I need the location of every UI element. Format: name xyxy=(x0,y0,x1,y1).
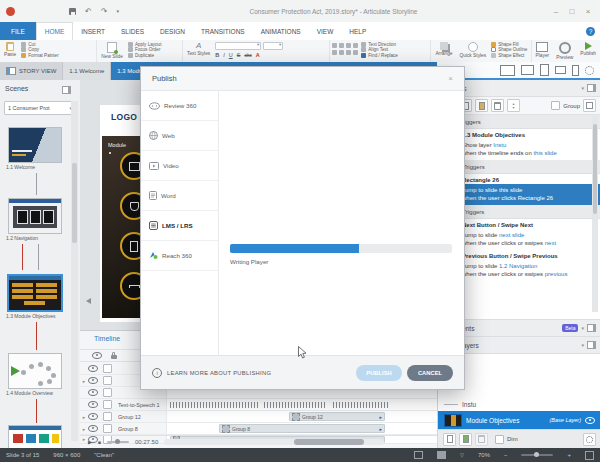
slide-thumbnail-1-2[interactable] xyxy=(8,198,62,234)
font-name-select[interactable] xyxy=(215,42,261,50)
publish-dialog-header[interactable]: Publish × xyxy=(141,67,464,91)
tab-design[interactable]: DESIGN xyxy=(152,22,193,40)
timeline-object-bar[interactable]: Group 12 ▸ xyxy=(289,412,385,421)
play-button[interactable]: ▶ xyxy=(88,439,92,445)
slide-label-1-3[interactable]: 1.3 Module Objectives xyxy=(6,313,76,319)
lock-column-icon[interactable] xyxy=(111,355,117,359)
new-layer-button[interactable] xyxy=(443,433,456,446)
tablet-landscape-icon[interactable] xyxy=(521,65,534,75)
paste-button[interactable]: Paste xyxy=(2,41,18,63)
zoom-out-button[interactable]: − xyxy=(504,452,508,458)
italic-button[interactable]: I xyxy=(223,52,225,58)
font-color-button[interactable]: A xyxy=(256,52,260,58)
tab-file[interactable]: FILE xyxy=(0,22,36,40)
publish-tab-review-360[interactable]: Review 360 xyxy=(141,91,218,121)
strikethrough-button[interactable]: S xyxy=(237,52,241,58)
shape-effect-button[interactable]: Shape Effect xyxy=(491,53,527,58)
publish-tab-video[interactable]: Video xyxy=(141,151,218,181)
timeline-track[interactable]: Group 8 ▸ xyxy=(166,423,437,434)
publish-tab-word[interactable]: Word xyxy=(141,181,218,211)
desktop-preview-icon[interactable] xyxy=(500,65,515,76)
grid-view-icon[interactable] xyxy=(414,451,423,459)
trigger-panel-options-button[interactable] xyxy=(583,99,596,112)
timeline-object-bar[interactable]: Group 8 ▸ xyxy=(219,424,385,433)
trigger-link[interactable]: next xyxy=(545,240,556,246)
slide-label-1-2[interactable]: 1.2 Navigation xyxy=(6,235,76,241)
tab-animations[interactable]: ANIMATIONS xyxy=(253,22,309,40)
phone-landscape-icon[interactable] xyxy=(555,66,566,74)
shape-fill-button[interactable]: Shape Fill xyxy=(491,42,527,47)
arrange-button[interactable]: Arrange xyxy=(433,41,454,63)
tablet-portrait-icon[interactable] xyxy=(540,64,549,76)
tab-insert[interactable]: INSERT xyxy=(73,22,113,40)
outdent-icon[interactable] xyxy=(353,43,358,48)
trigger-link[interactable]: 1.2 Navigation xyxy=(499,263,537,269)
indent-icon[interactable] xyxy=(346,43,351,48)
minimize-button[interactable]: – xyxy=(548,7,564,16)
eye-column-icon[interactable] xyxy=(92,352,102,359)
bar-expand-icon[interactable]: ▸ xyxy=(379,414,382,420)
phone-portrait-icon[interactable] xyxy=(572,65,579,76)
close-button[interactable]: × xyxy=(580,7,596,16)
align-right-icon[interactable] xyxy=(346,50,351,55)
format-painter-button[interactable]: Format Painter xyxy=(21,53,58,58)
delete-layer-button[interactable] xyxy=(475,433,488,446)
save-icon[interactable] xyxy=(69,8,76,15)
layer-eye-icon[interactable] xyxy=(585,417,595,424)
trigger-link[interactable]: previous xyxy=(545,271,568,277)
stop-button[interactable]: ■ xyxy=(98,439,101,445)
audio-speaker-icon[interactable] xyxy=(86,298,91,304)
cut-button[interactable]: Cut xyxy=(21,42,58,47)
trigger-link[interactable]: this slide xyxy=(533,150,556,156)
layer-row-base-selected[interactable]: Module Objectives (Base Layer) xyxy=(438,411,600,429)
comments-caret-icon[interactable]: ▾ xyxy=(581,325,584,331)
publish-tab-lms-lrs[interactable]: LMS / LRS xyxy=(141,211,218,241)
triggers-dock-icon[interactable] xyxy=(587,84,596,92)
maximize-button[interactable]: □ xyxy=(564,7,580,16)
new-slide-button[interactable]: New Slide xyxy=(99,41,125,63)
scenes-dock-icon[interactable] xyxy=(62,86,71,94)
dialog-close-icon[interactable]: × xyxy=(448,74,453,83)
delete-trigger-button[interactable] xyxy=(491,99,504,112)
bar-expand-icon[interactable]: ▸ xyxy=(379,426,382,432)
filmstrip-view-icon[interactable] xyxy=(437,451,446,459)
clear-formatting-button[interactable]: abc xyxy=(244,53,251,58)
tab-transitions[interactable]: TRANSITIONS xyxy=(193,22,253,40)
align-text-button[interactable]: Align Text xyxy=(361,48,398,53)
trigger-link[interactable]: next slide xyxy=(499,232,524,238)
triggers-caret-icon[interactable]: ▾ xyxy=(581,85,584,91)
tab-slides[interactable]: SLIDES xyxy=(113,22,152,40)
publish-ribbon-button[interactable]: Publish xyxy=(578,41,598,63)
dim-checkbox[interactable] xyxy=(495,435,504,444)
timeline-tab[interactable]: Timeline xyxy=(94,335,120,342)
slide-logo-text[interactable]: LOGO xyxy=(111,112,137,122)
fit-to-window-icon[interactable] xyxy=(585,451,594,460)
focus-order-button[interactable]: Focus Order xyxy=(128,48,162,53)
player-settings-gear-icon[interactable] xyxy=(585,66,594,75)
help-icon[interactable]: ? xyxy=(586,27,595,36)
group-checkbox[interactable] xyxy=(551,101,560,110)
number-list-icon[interactable] xyxy=(339,43,344,48)
publish-tab-web[interactable]: Web xyxy=(141,121,218,151)
underline-button[interactable]: U xyxy=(229,52,233,58)
redo-icon[interactable]: ↷ xyxy=(101,7,108,16)
text-styles-button[interactable]: A Text Styles xyxy=(185,41,212,63)
timeline-row-group-8[interactable]: ▸ Group 8 Group 8 ▸ xyxy=(80,423,437,435)
timeline-track[interactable]: Group 12 ▸ xyxy=(166,411,437,422)
slide-label-1-1[interactable]: 1.1 Welcome xyxy=(6,164,76,170)
align-center-icon[interactable] xyxy=(339,50,344,55)
zoom-slider[interactable] xyxy=(521,454,553,456)
slide-label-1-4[interactable]: 1.4 Module Overview xyxy=(6,390,76,396)
funnel-icon[interactable]: ▽ xyxy=(460,452,464,458)
zoom-in-button[interactable]: + xyxy=(567,452,571,458)
duplicate-button[interactable]: Duplicate xyxy=(128,53,162,58)
timeline-track[interactable] xyxy=(166,399,437,410)
layer-row-instu[interactable]: Instu xyxy=(438,398,600,411)
scene-selector[interactable]: 1 Consumer Prot ▾ xyxy=(4,101,76,115)
story-view-tab[interactable]: STORY VIEW xyxy=(0,62,63,80)
shape-outline-button[interactable]: Shape Outline xyxy=(491,48,527,53)
preview-button[interactable]: Preview xyxy=(554,41,575,63)
timeline-zoom-slider[interactable] xyxy=(107,441,129,443)
find-replace-button[interactable]: Find / Replace xyxy=(361,53,398,58)
slide-module-text[interactable]: Module xyxy=(108,142,126,148)
